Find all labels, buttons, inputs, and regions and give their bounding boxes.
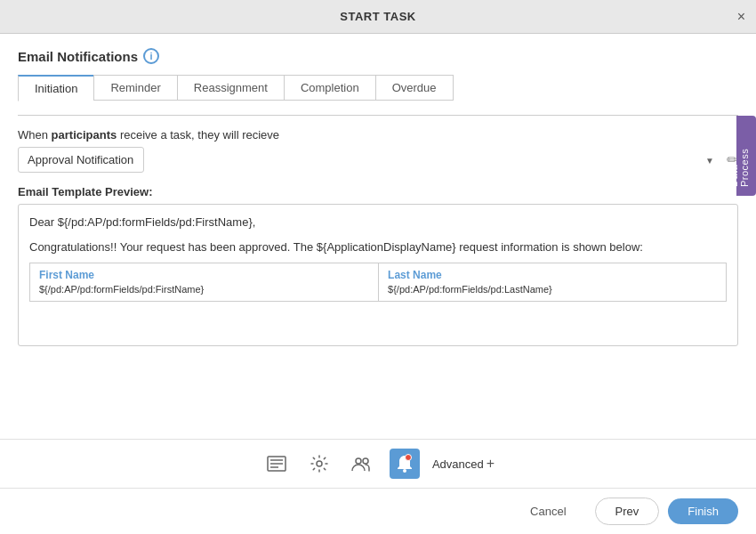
prev-button[interactable]: Prev bbox=[595, 498, 660, 525]
table-cell-firstname: First Name ${/pd:AP/pd:formFields/pd:Fir… bbox=[30, 263, 379, 302]
col-value-firstname: ${/pd:AP/pd:formFields/pd:FirstName} bbox=[39, 284, 204, 295]
col-value-lastname: ${/pd:AP/pd:formFields/pd:LastName} bbox=[388, 284, 552, 295]
dropdown-row: Approval Notification None ✏ bbox=[18, 147, 738, 173]
modal-toolbar: Advanced + bbox=[0, 439, 756, 488]
finish-button[interactable]: Finish bbox=[668, 498, 738, 524]
advanced-button[interactable]: Advanced + bbox=[432, 456, 495, 472]
template-label: Email Template Preview: bbox=[18, 185, 738, 198]
task-form-icon[interactable] bbox=[261, 449, 292, 479]
modal: START TASK × Email Notifications i Initi… bbox=[0, 0, 756, 534]
info-icon[interactable]: i bbox=[143, 48, 159, 64]
table-cell-lastname: Last Name ${/pd:AP/pd:formFields/pd:Last… bbox=[379, 263, 727, 302]
settings-icon[interactable] bbox=[304, 449, 334, 479]
svg-point-5 bbox=[356, 458, 361, 464]
modal-title: START TASK bbox=[340, 10, 415, 23]
notification-icon[interactable] bbox=[390, 449, 420, 479]
svg-point-4 bbox=[317, 461, 322, 466]
email-table: First Name ${/pd:AP/pd:formFields/pd:Fir… bbox=[29, 263, 727, 302]
notification-dropdown[interactable]: Approval Notification None bbox=[18, 147, 144, 173]
modal-header: START TASK × bbox=[0, 0, 756, 34]
modal-wrapper: START TASK × Email Notifications i Initi… bbox=[0, 0, 756, 534]
modal-body: Email Notifications i Initiation Reminde… bbox=[0, 34, 756, 439]
svg-point-6 bbox=[363, 458, 368, 464]
section-title-text: Email Notifications bbox=[18, 49, 138, 64]
modal-footer: Cancel Prev Finish bbox=[0, 488, 756, 534]
dropdown-wrapper: Approval Notification None bbox=[18, 147, 721, 173]
tab-overdue[interactable]: Overdue bbox=[375, 75, 454, 101]
email-preview-inner: Dear ${/pd:AP/pd:formFields/pd:FirstName… bbox=[19, 205, 737, 311]
svg-point-8 bbox=[405, 455, 411, 461]
email-body: Congratulations!! Your request has been … bbox=[29, 239, 727, 256]
tabs: Initiation Reminder Reassignment Complet… bbox=[18, 75, 738, 101]
tab-reminder[interactable]: Reminder bbox=[93, 75, 176, 101]
tab-reassignment[interactable]: Reassignment bbox=[177, 75, 284, 101]
close-button[interactable]: × bbox=[737, 9, 745, 25]
col-header-firstname: First Name bbox=[39, 269, 369, 281]
process-data-label: Process Data bbox=[728, 125, 750, 187]
svg-point-7 bbox=[403, 469, 406, 473]
email-preview: Dear ${/pd:AP/pd:formFields/pd:FirstName… bbox=[18, 204, 738, 346]
participants-label: When participants receive a task, they w… bbox=[18, 128, 738, 142]
email-greeting: Dear ${/pd:AP/pd:formFields/pd:FirstName… bbox=[29, 214, 727, 231]
process-data-panel[interactable]: › Process Data bbox=[736, 116, 756, 196]
col-header-lastname: Last Name bbox=[388, 269, 717, 281]
tab-initiation[interactable]: Initiation bbox=[18, 75, 93, 101]
tab-completion[interactable]: Completion bbox=[284, 75, 375, 101]
advanced-label: Advanced bbox=[432, 457, 484, 471]
tabs-container: Initiation Reminder Reassignment Complet… bbox=[18, 75, 738, 116]
cancel-button[interactable]: Cancel bbox=[511, 498, 585, 525]
advanced-plus-icon: + bbox=[487, 456, 495, 472]
section-title: Email Notifications i bbox=[18, 48, 738, 64]
users-icon[interactable] bbox=[347, 449, 377, 479]
